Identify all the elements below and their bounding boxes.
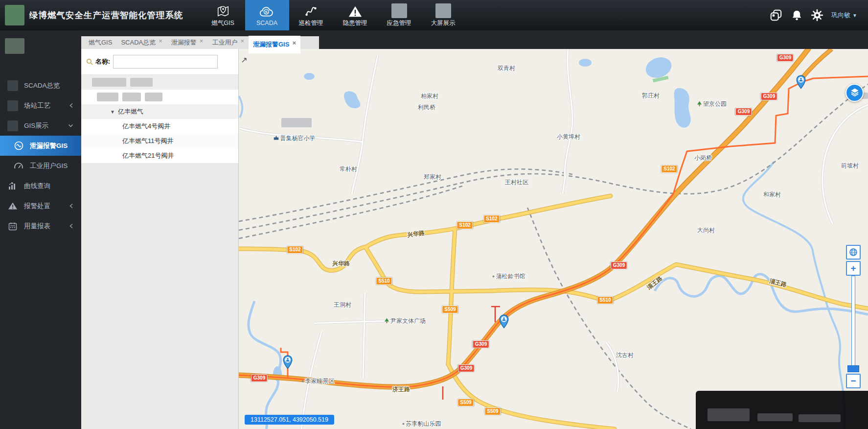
map-label: 双青村 bbox=[498, 64, 515, 72]
tree-expand-arrow[interactable]: ▼ bbox=[110, 109, 115, 115]
watermark-block bbox=[799, 414, 841, 422]
tree-leaf-item[interactable]: 亿丰燃气21号阀井 bbox=[81, 148, 238, 163]
tree-row-redacted[interactable] bbox=[81, 75, 238, 90]
valve-well-marker[interactable] bbox=[498, 314, 510, 329]
map-label: 李家疃景区 bbox=[302, 377, 335, 385]
device-tree: ▼亿丰燃气亿丰燃气4号阀井亿丰燃气11号阀井亿丰燃气21号阀井 bbox=[81, 75, 238, 163]
tab-close-icon[interactable]: × bbox=[159, 37, 162, 45]
sidebar: SCADA总览场站工艺GIS展示泄漏报警GIS工业用户GIS曲线查询报警处置用量… bbox=[0, 30, 81, 429]
sidebar-item-industrial-user-gis[interactable]: 工业用户GIS bbox=[0, 156, 81, 176]
valve-well-marker[interactable] bbox=[282, 355, 294, 369]
map-label-text: 小岗桥 bbox=[694, 154, 712, 162]
search-label: 名称: bbox=[95, 57, 110, 66]
header-right: 巩向敏 ▼ bbox=[770, 9, 857, 22]
redacted-text-block bbox=[92, 78, 126, 87]
tree-leaf-label: 亿丰燃气21号阀井 bbox=[122, 151, 174, 160]
road-shield: G309 bbox=[611, 262, 627, 269]
tab-close-icon[interactable]: × bbox=[200, 37, 204, 45]
tab-industrial-user[interactable]: 工业用户× bbox=[207, 36, 249, 49]
road-shield: G309 bbox=[735, 108, 752, 116]
g309-highway bbox=[239, 49, 832, 387]
gas-pipeline bbox=[239, 76, 868, 387]
header-icons bbox=[770, 9, 823, 22]
tree-row-redacted[interactable] bbox=[81, 90, 238, 104]
tab-bar: 燃气GISSCADA总览×泄漏报警×工业用户×泄漏报警GIS× bbox=[81, 36, 319, 49]
map-label-text: 柏家村 bbox=[421, 92, 438, 100]
sidebar-item-station-process[interactable]: 场站工艺 bbox=[0, 95, 81, 116]
map-canvas[interactable]: 双青村柏家村利民桥郭庄村望京公园小黄埠村普集杨官小学常朴村郑家村王村社区小岗桥前… bbox=[239, 49, 868, 429]
road-shield: G309 bbox=[251, 374, 268, 382]
map-label: 蒲松龄书馆 bbox=[493, 272, 525, 281]
sidebar-item-gis-display[interactable]: GIS展示 bbox=[0, 116, 81, 136]
tab-label: SCADA总览 bbox=[121, 38, 156, 47]
sidebar-menu: SCADA总览场站工艺GIS展示泄漏报警GIS工业用户GIS曲线查询报警处置用量… bbox=[0, 75, 81, 236]
zoom-slider-handle[interactable] bbox=[847, 365, 859, 372]
tab-leak-alarm-gis[interactable]: 泄漏报警GIS× bbox=[249, 36, 300, 53]
tab-label: 工业用户 bbox=[212, 38, 237, 47]
road-shield: G309 bbox=[458, 364, 475, 372]
name-search-input[interactable] bbox=[113, 55, 218, 69]
tab-close-icon[interactable]: × bbox=[240, 37, 244, 45]
header: 绿博燃气安全生产运营智能化管理系统 燃气GISSSCADA巡检管理隐患管理应急管… bbox=[0, 0, 868, 30]
map-redacted-label bbox=[281, 118, 312, 127]
wave-circle-icon bbox=[12, 141, 25, 150]
nav-item-hazard[interactable]: 隐患管理 bbox=[333, 0, 377, 30]
map-label: 小岗桥 bbox=[694, 154, 712, 162]
nav-item-inspection[interactable]: 巡检管理 bbox=[289, 0, 333, 30]
tab-strip: 燃气GISSCADA总览×泄漏报警×工业用户×泄漏报警GIS× bbox=[81, 30, 868, 49]
zoom-out-label: − bbox=[850, 376, 856, 386]
nav-item-label: 燃气GIS bbox=[211, 19, 234, 27]
map-pan-arrow-icon[interactable] bbox=[241, 56, 248, 65]
sidebar-item-label: GIS展示 bbox=[24, 121, 48, 130]
tree-node[interactable]: ▼亿丰燃气 bbox=[81, 104, 238, 119]
user-menu[interactable]: 巩向敏 ▼ bbox=[831, 11, 857, 20]
tree-leaf-item[interactable]: 亿丰燃气11号阀井 bbox=[81, 134, 238, 148]
nav-item-label: 巡检管理 bbox=[299, 19, 323, 27]
app-title: 绿博燃气安全生产运营智能化管理系统 bbox=[29, 9, 183, 21]
redacted-text-block bbox=[97, 93, 118, 101]
nav-item-emergency[interactable]: 应急管理 bbox=[377, 0, 421, 30]
nav-item-big-screen[interactable]: 大屏展示 bbox=[421, 0, 465, 30]
tab-gas-gis[interactable]: 燃气GIS bbox=[84, 36, 116, 49]
gauge-icon bbox=[12, 162, 25, 170]
layers-button[interactable] bbox=[845, 84, 864, 102]
nav-item-gas-gis[interactable]: 燃气GIS bbox=[201, 0, 245, 30]
zoom-out-button[interactable]: − bbox=[846, 374, 861, 388]
sidebar-item-scada-overview[interactable]: SCADA总览 bbox=[0, 75, 81, 95]
poi-dot bbox=[302, 380, 304, 382]
tab-scada-overview[interactable]: SCADA总览× bbox=[116, 36, 166, 49]
sidebar-item-leak-alarm-gis[interactable]: 泄漏报警GIS bbox=[0, 136, 81, 156]
tab-label: 泄漏报警GIS bbox=[253, 40, 289, 49]
tab-close-icon[interactable]: × bbox=[292, 39, 296, 47]
zoom-in-label: + bbox=[850, 263, 856, 274]
sidebar-item-label: SCADA总览 bbox=[24, 81, 60, 90]
sidebar-item-alarm-handling[interactable]: 报警处置 bbox=[0, 196, 81, 216]
base-map-toggle-button[interactable] bbox=[846, 245, 861, 260]
school-icon bbox=[274, 136, 279, 141]
bell-icon[interactable] bbox=[790, 9, 803, 22]
caret-down-icon: ▼ bbox=[852, 13, 857, 18]
sidebar-item-usage-report[interactable]: 用量报表 bbox=[0, 216, 81, 236]
redacted-text-block bbox=[122, 93, 141, 101]
map-label-text: 王村社区 bbox=[505, 178, 528, 187]
road-shield: S510 bbox=[597, 296, 613, 304]
sidebar-item-label: 工业用户GIS bbox=[30, 162, 68, 170]
road-shield: G309 bbox=[761, 93, 777, 100]
poi-dot bbox=[403, 423, 405, 425]
watermark-block bbox=[708, 408, 750, 421]
tree-leaf-item[interactable]: 亿丰燃气4号阀井 bbox=[81, 119, 238, 134]
tab-leak-alarm[interactable]: 泄漏报警× bbox=[167, 36, 208, 49]
map-label: 尹家文体广场 bbox=[385, 317, 426, 325]
valve-well-marker[interactable] bbox=[795, 74, 807, 89]
map-label: 和家村 bbox=[763, 191, 781, 199]
zoom-in-button[interactable]: + bbox=[846, 261, 861, 276]
map-label-text: 王洞村 bbox=[334, 301, 351, 309]
nav-item-scada[interactable]: SSCADA bbox=[245, 0, 289, 30]
map-label-text: 李家疃景区 bbox=[305, 377, 335, 385]
sidebar-item-curve-query[interactable]: 曲线查询 bbox=[0, 176, 81, 196]
windows-icon[interactable] bbox=[770, 9, 782, 22]
user-name: 巩向敏 bbox=[831, 11, 850, 20]
zoom-slider-track[interactable] bbox=[851, 276, 855, 366]
map-label-text: 兴华路 bbox=[332, 260, 350, 268]
gear-icon[interactable] bbox=[811, 9, 823, 22]
